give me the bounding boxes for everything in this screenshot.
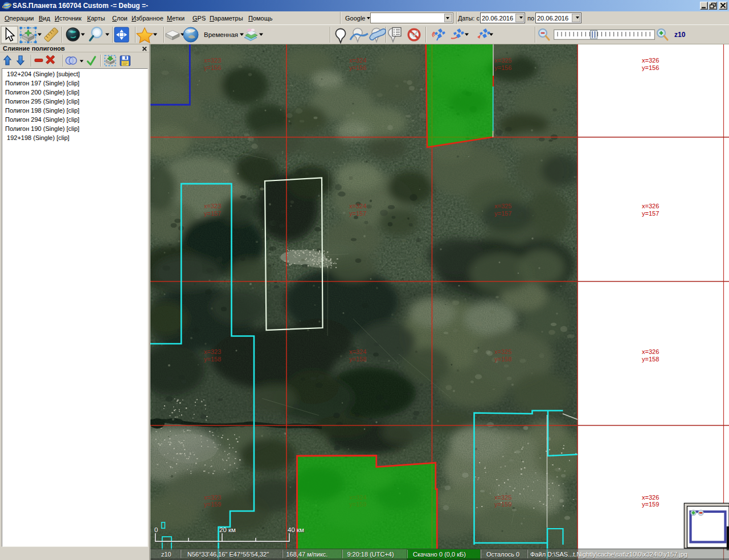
svg-text:x=324: x=324 [349,57,366,64]
svg-text:y=156: y=156 [349,64,366,71]
svg-text:x=325: x=325 [494,494,511,501]
svg-text:x=325: x=325 [494,57,511,64]
svg-text:x=325: x=325 [494,203,511,209]
svg-text:y=157: y=157 [494,210,511,217]
svg-text:x=323: x=323 [204,203,221,209]
svg-text:0: 0 [154,526,158,533]
svg-text:x=325: x=325 [494,348,511,355]
svg-text:y=158: y=158 [204,356,221,363]
svg-text:y=157: y=157 [642,210,659,217]
svg-text:y=157: y=157 [349,210,366,217]
svg-text:z10: z10 [674,31,686,39]
svg-text:y=156: y=156 [204,64,221,71]
svg-text:y=156: y=156 [642,64,659,71]
svg-text:Временная: Временная [204,31,238,38]
svg-text:y=159: y=159 [204,501,221,508]
svg-text:y=159: y=159 [642,501,659,508]
svg-text:y=159: y=159 [494,501,511,508]
svg-text:x=326: x=326 [642,203,659,209]
svg-text:x=326: x=326 [642,494,659,501]
svg-text:x=324: x=324 [349,348,366,355]
svg-text:x=326: x=326 [642,348,659,355]
svg-text:x=323: x=323 [204,494,221,501]
svg-text:x=326: x=326 [642,57,659,64]
svg-text:y=158: y=158 [642,356,659,363]
svg-text:y=158: y=158 [494,356,511,363]
svg-text:x=323: x=323 [204,57,221,64]
svg-text:x=324: x=324 [349,203,366,209]
svg-text:20 км: 20 км [219,526,236,533]
svg-text:x=323: x=323 [204,348,221,355]
svg-text:y=156: y=156 [494,64,511,71]
svg-text:40 км: 40 км [288,526,304,533]
svg-text:y=157: y=157 [204,210,221,217]
svg-text:y=158: y=158 [349,356,366,363]
